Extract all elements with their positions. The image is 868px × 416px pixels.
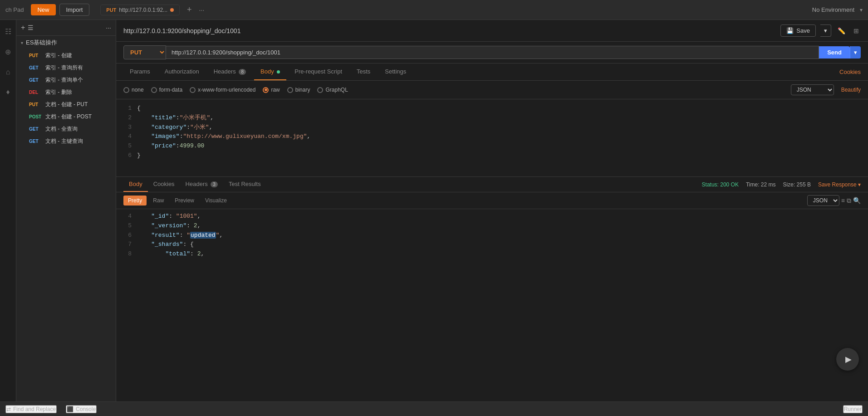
find-replace-button[interactable]: ⇄ Find and Replace [5, 405, 57, 413]
new-button[interactable]: New [31, 4, 55, 15]
collection-header[interactable]: ▾ ES基础操作 [16, 36, 116, 49]
body-active-dot [277, 70, 280, 73]
body-option-graphql[interactable]: GraphQL [317, 87, 348, 93]
body-option-urlencoded[interactable]: x-www-form-urlencoded [190, 87, 255, 93]
console-icon: ⬛ [67, 406, 74, 412]
save-icon: 💾 [786, 27, 794, 34]
nav-item-put-create-index[interactable]: PUT 索引 - 创建 [16, 49, 116, 62]
nav-item-del-index[interactable]: DEL 索引 - 删除 [16, 86, 116, 98]
response-body-area: 4 "_id": "1001", 5 "_version": 2, 6 "res… [116, 209, 868, 303]
body-option-form-data[interactable]: form-data [151, 87, 182, 93]
edit-icon-button[interactable]: ✏️ [836, 25, 847, 36]
tab-headers[interactable]: Headers 8 [207, 64, 252, 80]
tab-body[interactable]: Body [254, 64, 286, 80]
left-icon-1[interactable]: ☷ [2, 24, 14, 39]
resp-tab-cookies[interactable]: Cookies [148, 177, 180, 192]
tab-url-label: http://127.0.0.1:92... [119, 7, 167, 13]
env-chevron-icon[interactable]: ▾ [860, 7, 863, 13]
body-option-raw[interactable]: raw [263, 87, 280, 93]
resp-line-8: 8 "total": 2, [123, 250, 861, 259]
url-input-row: PUT GET POST DELETE Send ▾ [116, 42, 868, 64]
nav-label: 文档 - 全查询 [45, 125, 78, 133]
pretty-button[interactable]: Pretty [123, 196, 147, 206]
url-display-text: http://127.0.0.1:9200/shopping/_doc/1001 [123, 27, 776, 34]
tab-method-label: PUT [106, 7, 116, 13]
request-tab[interactable]: PUT http://127.0.0.1:92... [100, 5, 180, 15]
resp-tab-headers[interactable]: Headers 3 [180, 177, 223, 192]
code-line-6: 6 } [123, 151, 861, 161]
find-replace-icon: ⇄ [6, 406, 11, 412]
sidebar-toolbar: + ☰ ··· [16, 20, 116, 36]
save-response-button[interactable]: Save Response ▾ [818, 181, 861, 188]
send-button[interactable]: Send [819, 46, 850, 59]
tab-pre-request-script[interactable]: Pre-request Script [288, 64, 348, 80]
method-badge: GET [29, 65, 43, 70]
tab-settings[interactable]: Settings [378, 64, 412, 80]
content-area: http://127.0.0.1:9200/shopping/_doc/1001… [116, 20, 868, 401]
method-select[interactable]: PUT GET POST DELETE [123, 45, 166, 59]
nav-item-put-doc[interactable]: PUT 文档 - 创建 - PUT [16, 98, 116, 111]
json-format-selector[interactable]: JSON Text JavaScript XML HTML [791, 84, 834, 95]
visualize-button[interactable]: Visualize [201, 196, 231, 206]
raw-button[interactable]: Raw [148, 196, 168, 206]
body-option-none[interactable]: none [123, 87, 144, 93]
nav-item-get-doc-by-key[interactable]: GET 文档 - 主键查询 [16, 135, 116, 147]
top-bar: ch Pad New Import PUT http://127.0.0.1:9… [0, 0, 868, 20]
save-dropdown-button[interactable]: ▾ [820, 24, 831, 37]
body-option-binary[interactable]: binary [287, 87, 310, 93]
console-button[interactable]: ⬛ Console [66, 405, 97, 413]
resp-json-selector[interactable]: JSON [807, 195, 839, 206]
resp-line-6: 6 "result": "updated", [123, 231, 861, 240]
code-line-1: 1 { [123, 104, 861, 113]
left-icon-2[interactable]: ⊕ [2, 45, 14, 59]
response-format-bar: Pretty Raw Preview Visualize JSON ≡ ⧉ 🔍 [116, 192, 868, 209]
method-badge: DEL [29, 90, 43, 95]
search-icon-button[interactable]: 🔍 [853, 197, 861, 204]
play-button-overlay[interactable]: ▶ [836, 348, 859, 371]
url-input[interactable] [166, 46, 819, 59]
preview-button[interactable]: Preview [170, 196, 199, 206]
request-tabs: Params Authorization Headers 8 Body Pre-… [116, 64, 868, 81]
cookies-link[interactable]: Cookies [839, 69, 861, 75]
add-tab-button[interactable]: + [183, 3, 196, 16]
tab-tests[interactable]: Tests [350, 64, 377, 80]
body-options-bar: none form-data x-www-form-urlencoded raw… [116, 81, 868, 99]
sidebar-nav: ▾ ES基础操作 PUT 索引 - 创建 GET 索引 - 查询所有 GET 索… [16, 36, 116, 401]
nav-item-get-all-index[interactable]: GET 索引 - 查询所有 [16, 62, 116, 74]
sidebar-add-button[interactable]: + [21, 24, 25, 32]
tab-params[interactable]: Params [123, 64, 157, 80]
nav-item-get-one-index[interactable]: GET 索引 - 查询单个 [16, 74, 116, 86]
sidebar-filter-button[interactable]: ☰ [28, 24, 34, 31]
radio-graphql-dot [317, 87, 323, 93]
resp-line-5: 5 "_version": 2, [123, 221, 861, 231]
resp-tab-body[interactable]: Body [123, 177, 148, 192]
environment-selector[interactable]: No Environment [812, 6, 854, 13]
save-label: Save [796, 27, 810, 34]
beautify-button[interactable]: Beautify [841, 87, 861, 93]
copy-icon-button[interactable]: ⧉ [847, 197, 851, 205]
tabs-more-button[interactable]: ··· [199, 6, 205, 14]
method-badge: GET [29, 139, 43, 144]
nav-label: 文档 - 主键查询 [45, 137, 83, 145]
method-badge: GET [29, 78, 43, 83]
save-response-label: Save Response [818, 181, 857, 188]
save-button[interactable]: 💾 Save [780, 24, 816, 37]
method-badge: PUT [29, 102, 43, 107]
time-text: Time: 22 ms [746, 181, 776, 188]
left-icon-4[interactable]: ♦ [3, 85, 12, 99]
send-dropdown-button[interactable]: ▾ [850, 46, 861, 59]
filter-icon-button[interactable]: ≡ [841, 197, 845, 204]
left-icon-3[interactable]: ⌂ [3, 65, 13, 79]
tab-authorization[interactable]: Authorization [158, 64, 206, 80]
nav-item-post-doc[interactable]: POST 文档 - 创建 - POST [16, 111, 116, 123]
runner-button[interactable]: Runner [843, 405, 863, 413]
left-icon-strip: ☷ ⊕ ⌂ ♦ [0, 20, 16, 401]
code-line-3: 3 "category":"小米", [123, 123, 861, 132]
response-panel: Body Cookies Headers 3 Test Results Stat… [116, 176, 868, 303]
resp-tab-test-results[interactable]: Test Results [223, 177, 266, 192]
request-body-editor[interactable]: 1 { 2 "title":"小米手机", 3 "category":"小米",… [116, 99, 868, 176]
nav-item-get-all-doc[interactable]: GET 文档 - 全查询 [16, 123, 116, 135]
sidebar-more-button[interactable]: ··· [106, 24, 111, 31]
layout-icon-button[interactable]: ⊞ [852, 25, 861, 36]
import-button[interactable]: Import [59, 4, 90, 16]
